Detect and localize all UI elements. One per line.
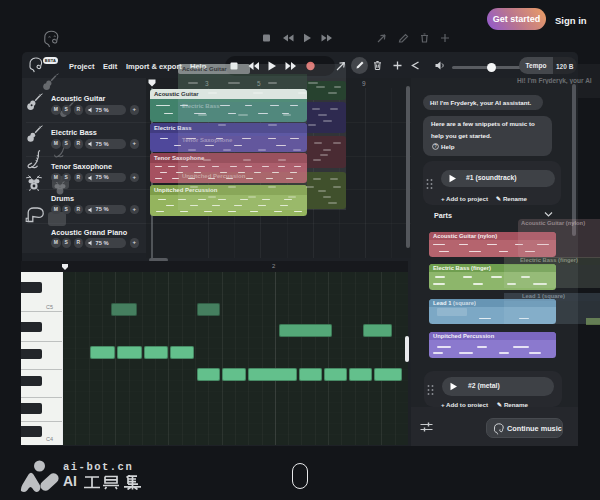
svg-text:?: ? <box>434 144 437 149</box>
